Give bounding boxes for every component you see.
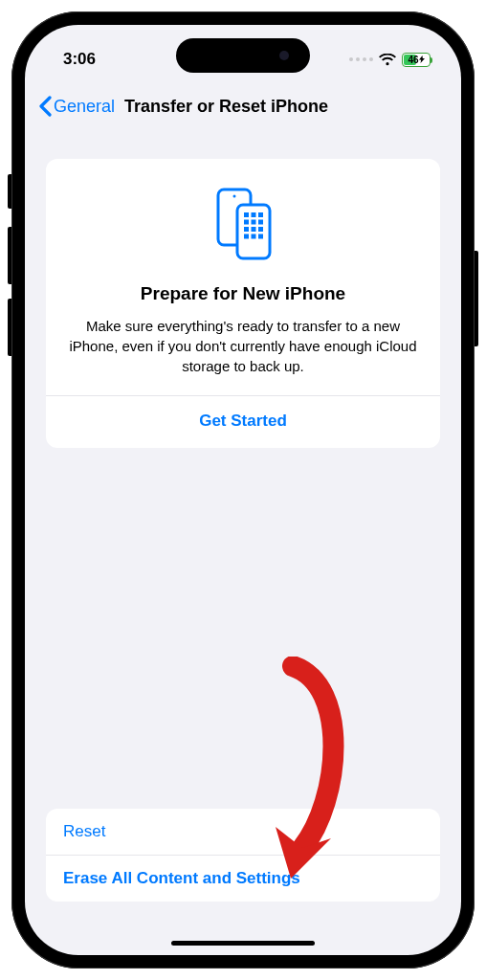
svg-point-1 xyxy=(233,195,236,198)
battery-icon: 46 xyxy=(402,53,431,67)
svg-rect-7 xyxy=(252,220,256,225)
svg-rect-10 xyxy=(252,227,256,232)
bottom-options-list: Reset Erase All Content and Settings xyxy=(46,809,440,902)
svg-rect-9 xyxy=(244,227,249,232)
reset-button[interactable]: Reset xyxy=(46,809,440,855)
svg-rect-12 xyxy=(244,234,249,239)
prepare-card: Prepare for New iPhone Make sure everyth… xyxy=(46,159,440,448)
svg-rect-13 xyxy=(252,234,256,239)
wifi-icon xyxy=(379,54,396,66)
svg-rect-6 xyxy=(244,220,249,225)
get-started-button[interactable]: Get Started xyxy=(67,396,419,448)
svg-rect-8 xyxy=(258,220,263,225)
home-indicator[interactable] xyxy=(171,941,315,946)
page-title: Transfer or Reset iPhone xyxy=(124,97,328,117)
svg-rect-4 xyxy=(252,212,256,217)
iphone-device-frame: 3:06 46 xyxy=(11,11,475,969)
status-time: 3:06 xyxy=(63,50,96,69)
svg-rect-3 xyxy=(244,212,249,217)
back-button-label: General xyxy=(54,97,115,117)
two-phones-icon xyxy=(67,186,419,262)
chevron-left-icon xyxy=(38,96,52,117)
svg-rect-5 xyxy=(258,212,263,217)
erase-all-button[interactable]: Erase All Content and Settings xyxy=(46,855,440,902)
svg-rect-14 xyxy=(258,234,263,239)
prepare-card-title: Prepare for New iPhone xyxy=(67,283,419,304)
back-button[interactable]: General xyxy=(38,96,115,117)
recording-dots-icon xyxy=(349,57,373,61)
screen: 3:06 46 xyxy=(25,25,461,955)
navigation-bar: General Transfer or Reset iPhone xyxy=(25,84,461,128)
svg-rect-11 xyxy=(258,227,263,232)
dynamic-island xyxy=(176,38,310,73)
prepare-card-description: Make sure everything's ready to transfer… xyxy=(67,316,419,376)
